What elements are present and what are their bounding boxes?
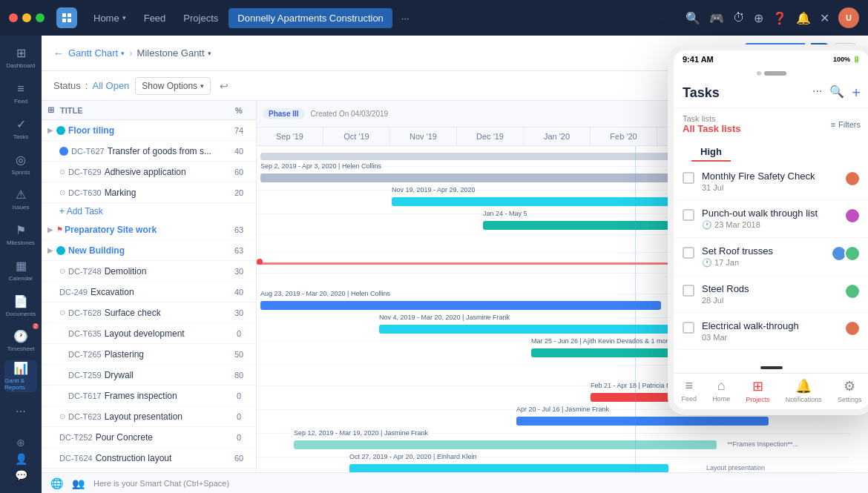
task-row[interactable]: ⊙ DC-T630 Marking 20: [42, 182, 256, 203]
sidebar-user-icon[interactable]: 👤: [15, 453, 27, 465]
sidebar-help-icon[interactable]: ⊕: [16, 437, 25, 449]
expand-icon[interactable]: ⊙: [59, 412, 65, 420]
task-row[interactable]: ▶ ⚑ Preparatory Site work 63: [42, 219, 256, 240]
gantt-bar[interactable]: [257, 258, 687, 268]
mobile-nav-settings[interactable]: ⚙ Settings: [838, 378, 862, 403]
user-avatar[interactable]: U: [838, 7, 859, 28]
expand-icon[interactable]: ⊙: [59, 188, 65, 196]
gantt-bar[interactable]: Sep 2, 2019 - Apr 3, 2020 | Helen Collin…: [260, 172, 676, 182]
sidebar-item-issues[interactable]: ⚠ Issues: [4, 183, 37, 216]
nav-more-button[interactable]: ···: [395, 8, 415, 28]
mobile-task-item[interactable]: Electrical walk-through 03 Mar: [674, 313, 868, 350]
mobile-task-item[interactable]: Punch-out walk through list 🕐 23 Mar 201…: [674, 200, 868, 238]
sidebar-item-milestones[interactable]: ⚑ Milestones: [4, 219, 37, 251]
sidebar-item-sprints[interactable]: ◎ Sprints: [4, 148, 37, 180]
task-checkbox[interactable]: [683, 172, 694, 184]
expand-icon[interactable]: ▶: [47, 225, 53, 234]
nav-feed[interactable]: Feed: [137, 8, 174, 28]
bell-icon[interactable]: 🔔: [796, 11, 811, 25]
task-row[interactable]: DC-T624 Construction layout 60: [42, 448, 256, 469]
bar-info: Sep 2, 2019 - Apr 3, 2020 | Helen Collin…: [260, 162, 381, 170]
search-icon[interactable]: 🔍: [685, 11, 700, 25]
mobile-nav-home[interactable]: ⌂ Home: [712, 378, 730, 403]
task-row[interactable]: DC-T265 Plastering 50: [42, 344, 256, 365]
gamepad-icon[interactable]: 🎮: [709, 11, 724, 25]
add-task-inline[interactable]: + Add Task: [42, 203, 256, 219]
sidebar-item-tasks[interactable]: ✓ Tasks: [4, 112, 37, 145]
task-row[interactable]: DC-T635 Layout development 0: [42, 323, 256, 344]
close-button[interactable]: [9, 13, 18, 22]
mobile-add-icon[interactable]: +: [852, 85, 861, 102]
task-row[interactable]: ▶ New Building 63: [42, 240, 256, 261]
task-row[interactable]: DC-T617 Frames inspection 0: [42, 386, 256, 406]
expand-icon[interactable]: ▶: [47, 246, 53, 254]
mobile-nav-projects[interactable]: ⊞ Projects: [746, 378, 770, 403]
clock-icon[interactable]: ⏱: [733, 11, 745, 24]
expand-icon[interactable]: ⊙: [59, 267, 65, 275]
add-icon[interactable]: ⊕: [754, 11, 763, 25]
sidebar-item-dashboard[interactable]: ⊞ Dashboard: [4, 42, 37, 74]
expand-all-icon[interactable]: ⊞: [47, 105, 54, 115]
phase-created: Created On 04/03/2019: [311, 110, 389, 118]
mobile-filters-button[interactable]: ≡ Filters: [831, 120, 861, 129]
sidebar-item-more[interactable]: ···: [4, 395, 37, 428]
mobile-search-icon[interactable]: 🔍: [829, 85, 844, 102]
task-row[interactable]: ⊙ DC-T248 Demolition 30: [42, 261, 256, 282]
task-row[interactable]: DC-T627 Transfer of goods from s... 40: [42, 141, 256, 162]
mobile-more-icon[interactable]: ···: [812, 85, 822, 102]
smart-chat-globe-icon[interactable]: 🌐: [50, 477, 63, 489]
task-row[interactable]: ⊙ DC-T628 Surface check 30: [42, 302, 256, 323]
breadcrumb-gantt[interactable]: Gantt Chart ▾: [68, 47, 125, 59]
gantt-bar[interactable]: Nov 4, 2019 - Mar 20, 2020 | Jasmine Fra…: [379, 323, 676, 334]
status-value[interactable]: All Open: [92, 80, 129, 91]
gantt-bar[interactable]: Jan 24 - May 5: [483, 219, 668, 230]
app-logo[interactable]: [56, 7, 77, 28]
mobile-nav-notifications[interactable]: 🔔 Notifications: [786, 378, 822, 403]
nav-active-project[interactable]: Donnelly Apartments Construction: [228, 8, 392, 28]
mobile-task-item[interactable]: Set Roof trusses 🕐 17 Jan: [674, 238, 868, 276]
gantt-bar[interactable]: Apr 20 - Jul 16 | Jasmine Frank: [516, 415, 769, 426]
gantt-bar[interactable]: [260, 151, 676, 162]
gantt-bar[interactable]: Aug 23, 2019 - Mar 20, 2020 | Helen Coll…: [260, 300, 661, 310]
expand-icon[interactable]: ⊙: [59, 168, 65, 176]
mobile-all-lists[interactable]: All Task lists: [683, 123, 741, 134]
minimize-button[interactable]: [22, 13, 31, 22]
mobile-nav-feed[interactable]: ≡ Feed: [682, 378, 697, 403]
back-button[interactable]: ←: [53, 47, 64, 59]
task-row[interactable]: DC-249 Excavation 40: [42, 282, 256, 302]
close-nav-icon[interactable]: ✕: [820, 11, 829, 25]
task-row[interactable]: DC-T259 Drywall 80: [42, 365, 256, 386]
task-row[interactable]: ▶ Floor tiling 74: [42, 120, 256, 141]
task-checkbox[interactable]: [683, 247, 694, 259]
gantt-bar[interactable]: Oct 27, 2019 - Apr 20, 2020 | Einhard Kl…: [349, 463, 668, 472]
gantt-bar[interactable]: Sep 12, 2019 - Mar 19, 2020 | Jasmine Fr…: [294, 439, 717, 449]
breadcrumb-milestone-gantt[interactable]: Milestone Gantt ▾: [137, 47, 211, 59]
question-icon[interactable]: ❓: [772, 11, 787, 25]
sidebar-item-documents[interactable]: 📄 Documents: [4, 289, 37, 322]
flag-icon: ⚑: [56, 225, 63, 234]
undo-button[interactable]: ↩: [217, 77, 231, 95]
sidebar-chat-icon[interactable]: 💬: [15, 469, 27, 481]
mobile-task-item[interactable]: Steel Rods 28 Jul: [674, 276, 868, 313]
sidebar-item-gantt[interactable]: 📊 Gantt & Reports: [4, 360, 37, 393]
sidebar-item-timesheet[interactable]: 🕐 Timesheet 2: [4, 325, 37, 357]
mobile-task-item[interactable]: Monthly Fire Safety Check 31 Jul: [674, 163, 868, 200]
nav-home[interactable]: Home ▾: [86, 8, 134, 28]
task-row[interactable]: DC-T252 Pour Concrete 0: [42, 427, 256, 448]
month-nov19: Nov '19: [390, 128, 457, 145]
task-row[interactable]: ⊙ DC-T623 Layout presentation 0: [42, 406, 256, 427]
gantt-bar[interactable]: Nov 19, 2019 - Apr 29, 2020 Adhesive app…: [392, 196, 688, 206]
task-checkbox[interactable]: [683, 209, 694, 221]
task-checkbox[interactable]: [683, 322, 694, 334]
expand-icon[interactable]: ⊙: [59, 308, 65, 317]
expand-icon[interactable]: ▶: [47, 126, 53, 134]
sidebar-item-feed[interactable]: ≡ Feed: [4, 77, 37, 110]
sidebar-item-calendar[interactable]: ▦ Calendar: [4, 254, 37, 286]
task-checkbox[interactable]: [683, 285, 694, 297]
nav-projects[interactable]: Projects: [176, 8, 226, 28]
task-row[interactable]: ⊙ DC-T629 Adhesive application 60: [42, 162, 256, 182]
smart-chat-people-icon[interactable]: 👥: [72, 477, 85, 489]
show-options-button[interactable]: Show Options ▾: [135, 77, 211, 95]
nav-right-icons: 🔍 🎮 ⏱ ⊕ ❓ 🔔 ✕ U: [685, 7, 859, 28]
maximize-button[interactable]: [36, 13, 45, 22]
